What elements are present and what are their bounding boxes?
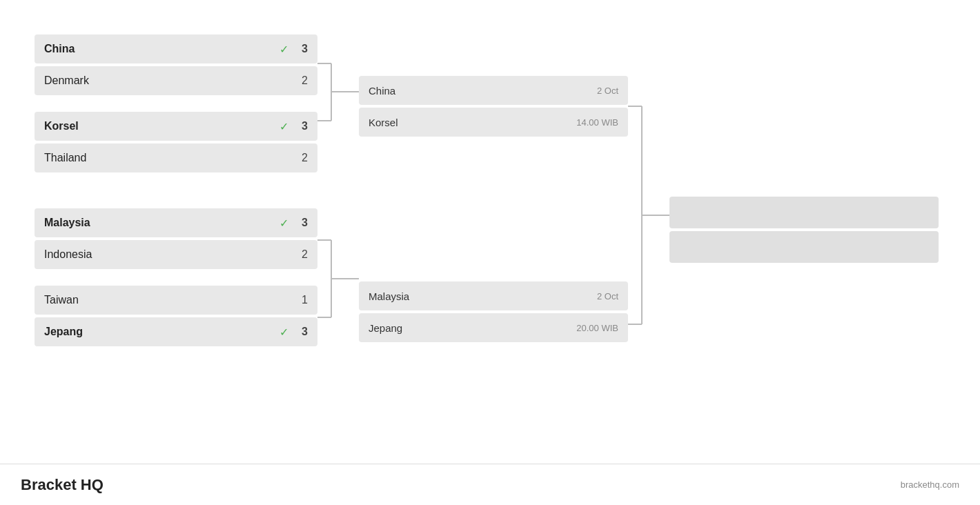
team-score: 1 [294,294,308,306]
round2-match2: Malaysia 2 Oct Jepang 20.00 WIB [359,281,628,345]
match-info: 2 Oct [597,86,618,96]
team-score: 2 [294,75,308,87]
round2: China 2 Oct Korsel 14.00 WIB Malaysia 2 … [359,34,628,345]
team-name: China [44,43,280,55]
match-info: 14.00 WIB [576,117,618,128]
footer-url: brackethq.com [901,479,959,490]
match-info: 2 Oct [597,291,618,301]
team-row: China ✓ 3 [35,34,317,63]
team-row: Malaysia ✓ 3 [35,208,317,237]
bracket-container: China ✓ 3 Denmark 2 Korsel ✓ 3 Thailand … [0,0,980,490]
team-name: Indonesia [44,248,294,261]
connector-r1-r2 [317,34,359,435]
team-score: 3 [294,43,308,55]
check-icon: ✓ [280,217,288,230]
team-row: Thailand 2 [35,143,317,172]
check-icon: ✓ [280,326,288,339]
final-team2 [669,231,939,263]
check-icon: ✓ [280,120,288,133]
round2-match1: China 2 Oct Korsel 14.00 WIB [359,76,628,139]
team-name: Korsel [44,120,280,132]
team-name: Thailand [44,152,294,164]
round3 [669,76,939,386]
team-name: Taiwan [44,294,294,306]
check-icon: ✓ [280,43,288,56]
round1-group4: Taiwan 1 Jepang ✓ 3 [35,286,317,349]
match-name: Korsel [369,117,398,128]
match-name: Malaysia [369,290,409,302]
match-card: Jepang 20.00 WIB [359,313,628,342]
team-row: Jepang ✓ 3 [35,317,317,346]
match-card: China 2 Oct [359,76,628,105]
team-score: 3 [294,120,308,132]
team-row: Indonesia 2 [35,240,317,269]
brand-regular: Bracket [21,476,81,493]
footer: Bracket HQ brackethq.com [0,464,980,505]
brand-logo: Bracket HQ [21,476,104,494]
team-row: Taiwan 1 [35,286,317,315]
round1-group3: Malaysia ✓ 3 Indonesia 2 [35,208,317,272]
team-score: 2 [294,248,308,261]
match-name: China [369,85,395,97]
round1: China ✓ 3 Denmark 2 Korsel ✓ 3 Thailand … [35,34,317,349]
round1-group2: Korsel ✓ 3 Thailand 2 [35,112,317,175]
team-score: 2 [294,152,308,164]
team-name: Malaysia [44,217,280,229]
connector-r2-r3 [628,76,669,386]
team-name: Denmark [44,75,294,87]
match-name: Jepang [369,322,402,334]
match-card: Korsel 14.00 WIB [359,108,628,137]
final-team1 [669,197,939,228]
team-score: 3 [294,217,308,229]
team-row: Korsel ✓ 3 [35,112,317,141]
match-info: 20.00 WIB [576,323,618,333]
team-score: 3 [294,326,308,338]
brand-bold: HQ [81,476,104,493]
team-name: Jepang [44,326,280,338]
team-row: Denmark 2 [35,66,317,95]
round1-group1: China ✓ 3 Denmark 2 [35,34,317,98]
match-card: Malaysia 2 Oct [359,281,628,310]
